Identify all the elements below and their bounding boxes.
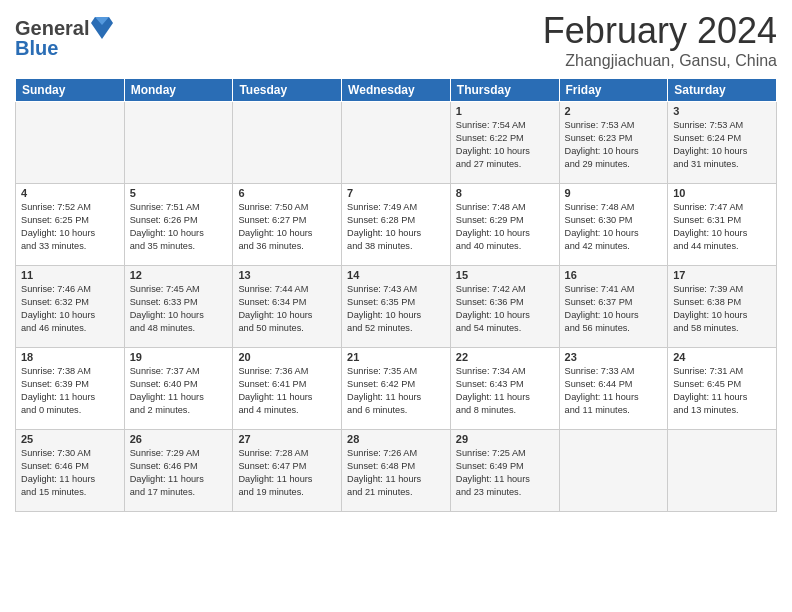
- day-number: 19: [130, 351, 228, 363]
- day-info: Sunrise: 7:53 AM Sunset: 6:23 PM Dayligh…: [565, 119, 663, 171]
- calendar-cell: [124, 102, 233, 184]
- day-number: 13: [238, 269, 336, 281]
- day-number: 23: [565, 351, 663, 363]
- col-saturday: Saturday: [668, 79, 777, 102]
- col-sunday: Sunday: [16, 79, 125, 102]
- day-number: 4: [21, 187, 119, 199]
- day-number: 27: [238, 433, 336, 445]
- day-info: Sunrise: 7:45 AM Sunset: 6:33 PM Dayligh…: [130, 283, 228, 335]
- day-number: 11: [21, 269, 119, 281]
- day-info: Sunrise: 7:42 AM Sunset: 6:36 PM Dayligh…: [456, 283, 554, 335]
- day-info: Sunrise: 7:37 AM Sunset: 6:40 PM Dayligh…: [130, 365, 228, 417]
- day-info: Sunrise: 7:39 AM Sunset: 6:38 PM Dayligh…: [673, 283, 771, 335]
- calendar-cell: 18Sunrise: 7:38 AM Sunset: 6:39 PM Dayli…: [16, 348, 125, 430]
- calendar-week-row: 11Sunrise: 7:46 AM Sunset: 6:32 PM Dayli…: [16, 266, 777, 348]
- calendar-week-row: 18Sunrise: 7:38 AM Sunset: 6:39 PM Dayli…: [16, 348, 777, 430]
- day-info: Sunrise: 7:29 AM Sunset: 6:46 PM Dayligh…: [130, 447, 228, 499]
- calendar-cell: 9Sunrise: 7:48 AM Sunset: 6:30 PM Daylig…: [559, 184, 668, 266]
- calendar-cell: 16Sunrise: 7:41 AM Sunset: 6:37 PM Dayli…: [559, 266, 668, 348]
- calendar-cell: [233, 102, 342, 184]
- calendar-cell: 24Sunrise: 7:31 AM Sunset: 6:45 PM Dayli…: [668, 348, 777, 430]
- calendar-cell: 10Sunrise: 7:47 AM Sunset: 6:31 PM Dayli…: [668, 184, 777, 266]
- day-info: Sunrise: 7:53 AM Sunset: 6:24 PM Dayligh…: [673, 119, 771, 171]
- calendar-cell: [559, 430, 668, 512]
- calendar-cell: 1Sunrise: 7:54 AM Sunset: 6:22 PM Daylig…: [450, 102, 559, 184]
- day-number: 6: [238, 187, 336, 199]
- day-info: Sunrise: 7:41 AM Sunset: 6:37 PM Dayligh…: [565, 283, 663, 335]
- day-number: 1: [456, 105, 554, 117]
- day-info: Sunrise: 7:44 AM Sunset: 6:34 PM Dayligh…: [238, 283, 336, 335]
- calendar-cell: 27Sunrise: 7:28 AM Sunset: 6:47 PM Dayli…: [233, 430, 342, 512]
- calendar-cell: 13Sunrise: 7:44 AM Sunset: 6:34 PM Dayli…: [233, 266, 342, 348]
- calendar-cell: 3Sunrise: 7:53 AM Sunset: 6:24 PM Daylig…: [668, 102, 777, 184]
- calendar-table: Sunday Monday Tuesday Wednesday Thursday…: [15, 78, 777, 512]
- day-info: Sunrise: 7:25 AM Sunset: 6:49 PM Dayligh…: [456, 447, 554, 499]
- calendar-cell: 26Sunrise: 7:29 AM Sunset: 6:46 PM Dayli…: [124, 430, 233, 512]
- title-block: February 2024 Zhangjiachuan, Gansu, Chin…: [543, 10, 777, 70]
- calendar-cell: 2Sunrise: 7:53 AM Sunset: 6:23 PM Daylig…: [559, 102, 668, 184]
- calendar-cell: 6Sunrise: 7:50 AM Sunset: 6:27 PM Daylig…: [233, 184, 342, 266]
- day-number: 9: [565, 187, 663, 199]
- calendar-week-row: 4Sunrise: 7:52 AM Sunset: 6:25 PM Daylig…: [16, 184, 777, 266]
- logo-icon: [91, 15, 113, 41]
- calendar-cell: [342, 102, 451, 184]
- calendar-cell: 5Sunrise: 7:51 AM Sunset: 6:26 PM Daylig…: [124, 184, 233, 266]
- day-number: 10: [673, 187, 771, 199]
- calendar-cell: [668, 430, 777, 512]
- calendar-cell: 14Sunrise: 7:43 AM Sunset: 6:35 PM Dayli…: [342, 266, 451, 348]
- day-number: 17: [673, 269, 771, 281]
- day-info: Sunrise: 7:54 AM Sunset: 6:22 PM Dayligh…: [456, 119, 554, 171]
- calendar-cell: 4Sunrise: 7:52 AM Sunset: 6:25 PM Daylig…: [16, 184, 125, 266]
- day-info: Sunrise: 7:47 AM Sunset: 6:31 PM Dayligh…: [673, 201, 771, 253]
- day-info: Sunrise: 7:49 AM Sunset: 6:28 PM Dayligh…: [347, 201, 445, 253]
- col-wednesday: Wednesday: [342, 79, 451, 102]
- calendar-header-row: Sunday Monday Tuesday Wednesday Thursday…: [16, 79, 777, 102]
- day-info: Sunrise: 7:30 AM Sunset: 6:46 PM Dayligh…: [21, 447, 119, 499]
- day-number: 16: [565, 269, 663, 281]
- day-info: Sunrise: 7:46 AM Sunset: 6:32 PM Dayligh…: [21, 283, 119, 335]
- day-number: 7: [347, 187, 445, 199]
- day-number: 25: [21, 433, 119, 445]
- calendar-cell: 20Sunrise: 7:36 AM Sunset: 6:41 PM Dayli…: [233, 348, 342, 430]
- day-info: Sunrise: 7:36 AM Sunset: 6:41 PM Dayligh…: [238, 365, 336, 417]
- day-number: 24: [673, 351, 771, 363]
- header: General Blue February 2024 Zhangjiachuan…: [15, 10, 777, 70]
- calendar-cell: 7Sunrise: 7:49 AM Sunset: 6:28 PM Daylig…: [342, 184, 451, 266]
- day-info: Sunrise: 7:48 AM Sunset: 6:29 PM Dayligh…: [456, 201, 554, 253]
- month-title: February 2024: [543, 10, 777, 52]
- day-info: Sunrise: 7:52 AM Sunset: 6:25 PM Dayligh…: [21, 201, 119, 253]
- day-number: 5: [130, 187, 228, 199]
- col-tuesday: Tuesday: [233, 79, 342, 102]
- day-number: 20: [238, 351, 336, 363]
- day-number: 14: [347, 269, 445, 281]
- col-friday: Friday: [559, 79, 668, 102]
- day-number: 15: [456, 269, 554, 281]
- calendar-cell: 11Sunrise: 7:46 AM Sunset: 6:32 PM Dayli…: [16, 266, 125, 348]
- day-number: 18: [21, 351, 119, 363]
- calendar-cell: 29Sunrise: 7:25 AM Sunset: 6:49 PM Dayli…: [450, 430, 559, 512]
- day-number: 21: [347, 351, 445, 363]
- calendar-week-row: 25Sunrise: 7:30 AM Sunset: 6:46 PM Dayli…: [16, 430, 777, 512]
- calendar-cell: 19Sunrise: 7:37 AM Sunset: 6:40 PM Dayli…: [124, 348, 233, 430]
- calendar-cell: [16, 102, 125, 184]
- day-info: Sunrise: 7:50 AM Sunset: 6:27 PM Dayligh…: [238, 201, 336, 253]
- calendar-cell: 15Sunrise: 7:42 AM Sunset: 6:36 PM Dayli…: [450, 266, 559, 348]
- col-monday: Monday: [124, 79, 233, 102]
- day-info: Sunrise: 7:35 AM Sunset: 6:42 PM Dayligh…: [347, 365, 445, 417]
- day-number: 2: [565, 105, 663, 117]
- day-info: Sunrise: 7:34 AM Sunset: 6:43 PM Dayligh…: [456, 365, 554, 417]
- calendar-cell: 17Sunrise: 7:39 AM Sunset: 6:38 PM Dayli…: [668, 266, 777, 348]
- calendar-cell: 23Sunrise: 7:33 AM Sunset: 6:44 PM Dayli…: [559, 348, 668, 430]
- day-info: Sunrise: 7:38 AM Sunset: 6:39 PM Dayligh…: [21, 365, 119, 417]
- page-container: General Blue February 2024 Zhangjiachuan…: [0, 0, 792, 612]
- day-number: 3: [673, 105, 771, 117]
- day-number: 12: [130, 269, 228, 281]
- day-info: Sunrise: 7:28 AM Sunset: 6:47 PM Dayligh…: [238, 447, 336, 499]
- calendar-cell: 28Sunrise: 7:26 AM Sunset: 6:48 PM Dayli…: [342, 430, 451, 512]
- day-number: 28: [347, 433, 445, 445]
- calendar-week-row: 1Sunrise: 7:54 AM Sunset: 6:22 PM Daylig…: [16, 102, 777, 184]
- day-info: Sunrise: 7:26 AM Sunset: 6:48 PM Dayligh…: [347, 447, 445, 499]
- day-info: Sunrise: 7:48 AM Sunset: 6:30 PM Dayligh…: [565, 201, 663, 253]
- location: Zhangjiachuan, Gansu, China: [543, 52, 777, 70]
- calendar-cell: 8Sunrise: 7:48 AM Sunset: 6:29 PM Daylig…: [450, 184, 559, 266]
